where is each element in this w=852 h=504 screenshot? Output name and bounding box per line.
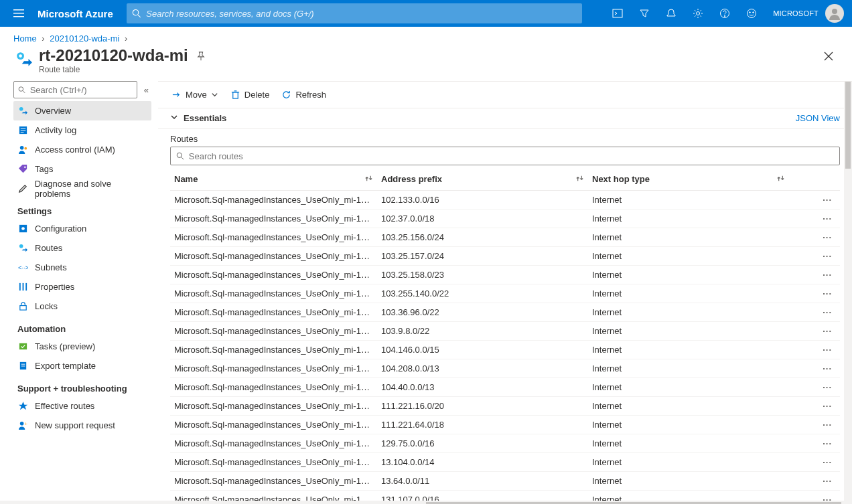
route-name-cell[interactable]: Microsoft.Sql-managedInstances_UseOnly_m… [170, 382, 381, 392]
route-name-cell[interactable]: Microsoft.Sql-managedInstances_UseOnly_m… [170, 288, 381, 299]
route-name-cell[interactable]: Microsoft.Sql-managedInstances_UseOnly_m… [170, 457, 381, 467]
table-row[interactable]: Microsoft.Sql-managedInstances_UseOnly_m… [170, 247, 840, 266]
table-row[interactable]: Microsoft.Sql-managedInstances_UseOnly_m… [170, 266, 840, 284]
sidebar-item-subnets[interactable]: <··>Subnets [13, 258, 151, 277]
sidebar-item-routes[interactable]: Routes [13, 238, 151, 258]
row-actions-button[interactable]: ··· [800, 195, 840, 205]
table-row[interactable]: Microsoft.Sql-managedInstances_UseOnly_m… [170, 191, 840, 209]
row-actions-button[interactable]: ··· [800, 401, 840, 411]
table-row[interactable]: Microsoft.Sql-managedInstances_UseOnly_m… [170, 434, 840, 453]
row-actions-button[interactable]: ··· [800, 345, 840, 355]
sidebar-item-properties[interactable]: Properties [13, 277, 151, 297]
global-search-input[interactable] [146, 9, 576, 19]
breadcrumb-parent[interactable]: 20210120-wda-mi [50, 33, 119, 44]
route-name-cell[interactable]: Microsoft.Sql-managedInstances_UseOnly_m… [170, 195, 381, 205]
sidebar-search[interactable] [13, 81, 137, 98]
table-row[interactable]: Microsoft.Sql-managedInstances_UseOnly_m… [170, 209, 840, 228]
col-hop-header[interactable]: Next hop type [592, 174, 793, 185]
sidebar-collapse-button[interactable]: « [141, 82, 151, 98]
row-actions-button[interactable]: ··· [800, 288, 840, 299]
route-name-cell[interactable]: Microsoft.Sql-managedInstances_UseOnly_m… [170, 401, 381, 411]
route-name-cell[interactable]: Microsoft.Sql-managedInstances_UseOnly_m… [170, 420, 381, 430]
table-row[interactable]: Microsoft.Sql-managedInstances_UseOnly_m… [170, 416, 840, 434]
table-row[interactable]: Microsoft.Sql-managedInstances_UseOnly_m… [170, 228, 840, 247]
essentials-toggle[interactable] [170, 113, 178, 123]
route-name-cell[interactable]: Microsoft.Sql-managedInstances_UseOnly_m… [170, 326, 381, 336]
help-icon[interactable] [711, 0, 738, 27]
hamburger-button[interactable] [5, 0, 32, 27]
row-actions-button[interactable]: ··· [800, 270, 840, 280]
sidebar-item-locks[interactable]: Locks [13, 297, 151, 316]
sidebar-item-config[interactable]: Configuration [13, 219, 151, 238]
directory-filter-icon[interactable] [631, 0, 658, 27]
sidebar-item-log[interactable]: Activity log [13, 120, 151, 140]
scroll-right-button[interactable]: ► [841, 502, 852, 505]
row-actions-button[interactable]: ··· [800, 495, 840, 501]
feedback-icon[interactable] [738, 0, 765, 27]
col-name-header[interactable]: Name [170, 174, 381, 185]
table-row[interactable]: Microsoft.Sql-managedInstances_UseOnly_m… [170, 453, 840, 472]
table-row[interactable]: Microsoft.Sql-managedInstances_UseOnly_m… [170, 303, 840, 322]
pin-button[interactable] [196, 46, 206, 65]
move-button[interactable]: Move [171, 90, 218, 100]
row-actions-button[interactable]: ··· [800, 214, 840, 224]
sidebar-item-overview[interactable]: Overview [13, 101, 151, 120]
route-name-cell[interactable]: Microsoft.Sql-managedInstances_UseOnly_m… [170, 363, 381, 373]
sidebar-item-diagnose[interactable]: Diagnose and solve problems [13, 179, 151, 198]
close-button[interactable] [819, 46, 839, 68]
row-actions-button[interactable]: ··· [800, 476, 840, 486]
route-name-cell[interactable]: Microsoft.Sql-managedInstances_UseOnly_m… [170, 438, 381, 448]
table-row[interactable]: Microsoft.Sql-managedInstances_UseOnly_m… [170, 491, 840, 501]
table-row[interactable]: Microsoft.Sql-managedInstances_UseOnly_m… [170, 284, 840, 303]
user-menu[interactable]: MICROSOFT [765, 4, 847, 23]
route-name-cell[interactable]: Microsoft.Sql-managedInstances_UseOnly_m… [170, 307, 381, 317]
row-actions-button[interactable]: ··· [800, 363, 840, 373]
cloud-shell-icon[interactable] [604, 0, 631, 27]
json-view-link[interactable]: JSON View [796, 113, 840, 123]
route-hop-cell: Internet [592, 476, 773, 486]
routes-search[interactable] [170, 147, 840, 165]
route-prefix-cell: 131.107.0.0/16 [381, 495, 592, 501]
table-row[interactable]: Microsoft.Sql-managedInstances_UseOnly_m… [170, 341, 840, 359]
notifications-icon[interactable] [658, 0, 685, 27]
table-row[interactable]: Microsoft.Sql-managedInstances_UseOnly_m… [170, 378, 840, 397]
col-prefix-header[interactable]: Address prefix [381, 174, 592, 185]
brand-label[interactable]: Microsoft Azure [32, 8, 127, 19]
row-actions-button[interactable]: ··· [800, 420, 840, 430]
scroll-left-button[interactable]: ◄ [0, 502, 11, 505]
global-search[interactable] [127, 3, 582, 23]
route-name-cell[interactable]: Microsoft.Sql-managedInstances_UseOnly_m… [170, 251, 381, 261]
sidebar-item-support[interactable]: +New support request [13, 416, 151, 435]
route-name-cell[interactable]: Microsoft.Sql-managedInstances_UseOnly_m… [170, 476, 381, 486]
sidebar-item-tasks[interactable]: Tasks (preview) [13, 337, 151, 356]
row-actions-button[interactable]: ··· [800, 307, 840, 317]
table-row[interactable]: Microsoft.Sql-managedInstances_UseOnly_m… [170, 322, 840, 341]
row-actions-button[interactable]: ··· [800, 232, 840, 242]
route-name-cell[interactable]: Microsoft.Sql-managedInstances_UseOnly_m… [170, 270, 381, 280]
sidebar-item-effroutes[interactable]: Effective routes [13, 396, 151, 416]
settings-icon[interactable] [685, 0, 711, 27]
delete-button[interactable]: Delete [230, 90, 270, 100]
vertical-scrollbar[interactable] [844, 82, 852, 501]
route-name-cell[interactable]: Microsoft.Sql-managedInstances_UseOnly_m… [170, 495, 381, 501]
routes-search-input[interactable] [189, 151, 834, 161]
row-actions-button[interactable]: ··· [800, 382, 840, 392]
route-name-cell[interactable]: Microsoft.Sql-managedInstances_UseOnly_m… [170, 232, 381, 242]
group-support: Support + troubleshooting [13, 375, 151, 396]
route-name-cell[interactable]: Microsoft.Sql-managedInstances_UseOnly_m… [170, 345, 381, 355]
table-row[interactable]: Microsoft.Sql-managedInstances_UseOnly_m… [170, 472, 840, 491]
sidebar-search-input[interactable] [30, 85, 133, 95]
row-actions-button[interactable]: ··· [800, 438, 840, 448]
sidebar-item-iam[interactable]: Access control (IAM) [13, 140, 151, 159]
table-row[interactable]: Microsoft.Sql-managedInstances_UseOnly_m… [170, 359, 840, 378]
row-actions-button[interactable]: ··· [800, 457, 840, 467]
sidebar-item-tags[interactable]: Tags [13, 159, 151, 179]
row-actions-button[interactable]: ··· [800, 251, 840, 261]
row-actions-button[interactable]: ··· [800, 326, 840, 336]
table-row[interactable]: Microsoft.Sql-managedInstances_UseOnly_m… [170, 397, 840, 416]
route-name-cell[interactable]: Microsoft.Sql-managedInstances_UseOnly_m… [170, 214, 381, 224]
horizontal-scrollbar[interactable]: ◄ ► [0, 501, 852, 504]
sidebar-item-export[interactable]: Export template [13, 356, 151, 375]
refresh-button[interactable]: Refresh [281, 90, 326, 100]
breadcrumb-home[interactable]: Home [13, 33, 37, 44]
